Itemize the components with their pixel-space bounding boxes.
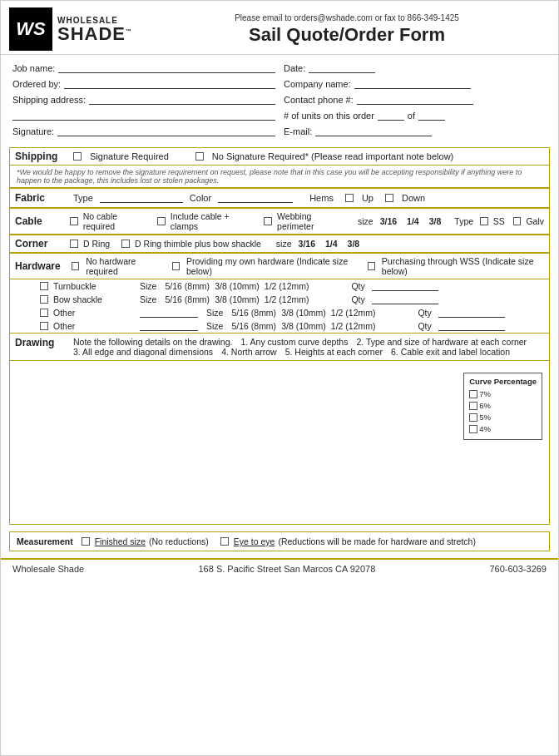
curve-5-checkbox[interactable]: [469, 413, 477, 422]
drawing-item2: 2. Type and size of hardware at each cor…: [356, 337, 527, 347]
hw-row0-s3: 1/2 (12mm): [265, 281, 309, 291]
hw-label: Hardware: [15, 260, 67, 272]
fabric-section: Fabric Type Color Hems Up Down: [9, 189, 550, 209]
hw-row2-checkbox[interactable]: [40, 309, 48, 317]
hw-row2-other-input[interactable]: [140, 308, 198, 318]
hems-up-checkbox[interactable]: [345, 194, 354, 202]
shipping-section: Shipping Signature Required No Signature…: [9, 147, 550, 189]
curve-6-label: 6%: [479, 401, 491, 410]
hw-row1-qty-label: Qty: [351, 294, 364, 304]
no-sig-checkbox[interactable]: [195, 152, 204, 161]
hw-row0-qty-input[interactable]: [372, 281, 438, 291]
hw-row-3: Other Size 5/16 (8mm) 3/8 (10mm) 1/2 (12…: [10, 319, 549, 333]
hw-row3-qty-input[interactable]: [438, 321, 505, 331]
cable-galv-checkbox[interactable]: [513, 217, 522, 225]
curve-7-checkbox[interactable]: [469, 390, 477, 398]
curve-4-checkbox[interactable]: [469, 425, 477, 433]
corner-label: Corner: [15, 238, 67, 250]
contact-phone-input[interactable]: [357, 93, 473, 105]
shipping-input[interactable]: [89, 93, 275, 105]
d-ring-thimble-checkbox[interactable]: [121, 240, 130, 248]
hw-row3-checkbox[interactable]: [40, 322, 48, 330]
include-cable-label: Include cable + clamps: [171, 211, 256, 231]
curve-item-1: 6%: [469, 401, 537, 410]
shipping-row2: [12, 109, 275, 121]
own-hw-checkbox[interactable]: [172, 262, 180, 270]
hw-row2-qty-label: Qty: [418, 308, 431, 318]
hw-row0-s1: 5/16 (8mm): [165, 281, 210, 291]
hems-up-label: Up: [362, 193, 373, 203]
cable-type-label: Type: [454, 216, 473, 226]
corner-14: 1/4: [325, 239, 338, 249]
measurement-section: Measurement Finished size (No reductions…: [9, 531, 550, 551]
fabric-color-input[interactable]: [218, 193, 293, 203]
units-row: # of units on this order of: [284, 109, 547, 121]
corner-size-label: size: [276, 239, 292, 249]
measurement-label: Measurement: [17, 536, 73, 546]
logo-box: WS: [9, 7, 52, 51]
purchase-hw-checkbox[interactable]: [368, 262, 375, 270]
corner-38: 3/8: [348, 239, 360, 249]
hw-row0-checkbox[interactable]: [40, 282, 48, 290]
header: WS WHOLESALE SHADE™ Please email to orde…: [1, 1, 558, 55]
hw-row-0: Turnbuckle Size 5/16 (8mm) 3/8 (10mm) 1/…: [10, 279, 549, 293]
header-center: Please email to orders@wshade.com or fax…: [147, 13, 547, 46]
job-name-input[interactable]: [58, 62, 275, 73]
eye-to-eye-checkbox[interactable]: [220, 537, 229, 546]
units-of: of: [408, 111, 415, 121]
fabric-type-label: Type: [73, 193, 93, 203]
drawing-item1: 1. Any custom curve depths: [240, 337, 348, 347]
signature-input[interactable]: [57, 125, 275, 136]
hw-row2-qty-input[interactable]: [438, 308, 505, 318]
hems-down-checkbox[interactable]: [385, 194, 393, 202]
date-label: Date:: [284, 63, 305, 73]
email-input[interactable]: [315, 125, 432, 136]
fabric-color-label: Color: [190, 193, 211, 203]
hw-row3-s3: 1/2 (12mm): [331, 321, 376, 331]
sig-required-checkbox[interactable]: [73, 152, 82, 161]
drawing-item4: 4. North arrow: [221, 347, 277, 357]
no-hw-checkbox[interactable]: [72, 262, 79, 270]
form-fields: Job name: Ordered by: Shipping address: …: [1, 55, 558, 144]
hw-row3-size-label: Size: [206, 321, 223, 331]
cable-ss-checkbox[interactable]: [480, 217, 488, 225]
fabric-type-input[interactable]: [100, 193, 183, 203]
finished-note: (No reductions): [149, 536, 209, 546]
curve-4-label: 4%: [479, 424, 491, 433]
drawing-item3: 3. All edge and diagonal dimensions: [73, 347, 213, 357]
ordered-by-input[interactable]: [64, 77, 275, 89]
curve-5-label: 5%: [479, 413, 491, 422]
hw-row3-qty-label: Qty: [418, 321, 431, 331]
hw-row3-name: Other: [53, 321, 136, 331]
include-cable-checkbox[interactable]: [157, 217, 166, 225]
ordered-by-label: Ordered by:: [12, 79, 61, 89]
hw-row2-s1: 5/16 (8mm): [231, 308, 276, 318]
hw-row0-qty-label: Qty: [351, 281, 364, 291]
no-cable-label: No cable required: [83, 211, 149, 231]
d-ring-checkbox[interactable]: [70, 240, 78, 248]
drawing-label: Drawing: [15, 337, 67, 357]
hw-row1-checkbox[interactable]: [40, 295, 48, 304]
curve-6-checkbox[interactable]: [469, 402, 477, 410]
drawing-body: Curve Percentage 7% 6% 5%: [10, 361, 549, 519]
units-input[interactable]: [378, 109, 404, 121]
hw-row1-qty-input[interactable]: [372, 294, 438, 304]
logo-shade: SHADE™: [57, 25, 132, 43]
company-input[interactable]: [354, 77, 471, 89]
webbing-checkbox[interactable]: [264, 217, 272, 225]
finished-checkbox[interactable]: [82, 537, 90, 546]
units-of-input[interactable]: [418, 109, 445, 121]
eye-note: (Reductions will be made for hardware an…: [278, 536, 476, 546]
hw-row0-size-label: Size: [140, 281, 156, 291]
d-ring-label: D Ring: [83, 239, 110, 249]
contact-phone-row: Contact phone #:: [284, 93, 547, 105]
date-input[interactable]: [309, 62, 375, 73]
hardware-section: Hardware No hardware required Providing …: [9, 254, 550, 334]
hw-row1-s1: 5/16 (8mm): [165, 294, 210, 304]
drawing-note1: Note the following details on the drawin…: [73, 337, 232, 347]
no-cable-checkbox[interactable]: [70, 217, 78, 225]
shipping-input2[interactable]: [12, 109, 275, 121]
cable-galv-label: Galv: [526, 216, 544, 226]
hw-row3-other-input[interactable]: [140, 321, 198, 331]
hw-row-1: Bow shackle Size 5/16 (8mm) 3/8 (10mm) 1…: [10, 293, 549, 306]
